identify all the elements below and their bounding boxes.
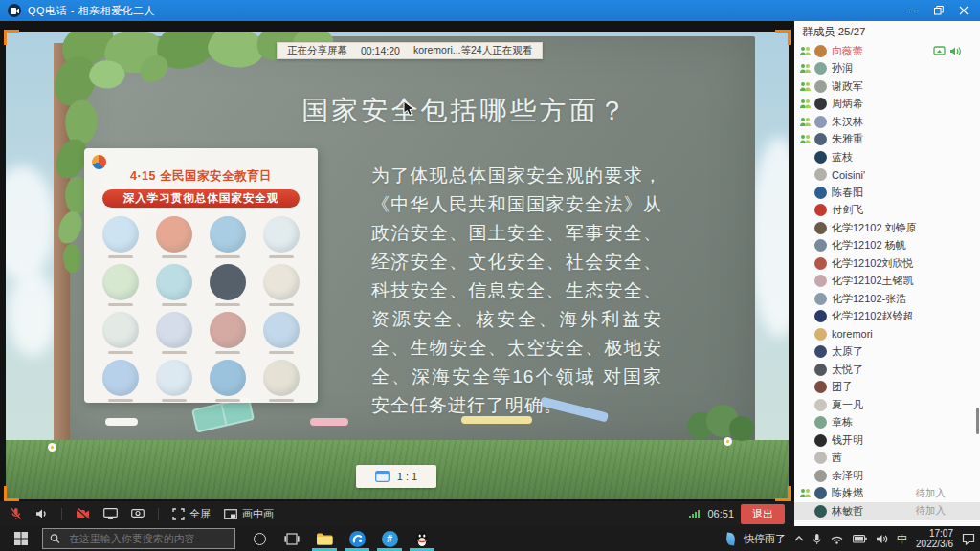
member-name: 陈姝燃 xyxy=(832,486,863,500)
member-name: Coisini' xyxy=(832,169,865,181)
member-row[interactable]: 化学12102赵铃超 xyxy=(794,308,980,326)
speaker-button[interactable] xyxy=(35,508,48,519)
hash-app-button[interactable]: # xyxy=(373,526,406,551)
search-field[interactable] xyxy=(67,532,228,545)
member-row[interactable]: 孙润 xyxy=(794,60,980,78)
member-row[interactable]: 谢政军 xyxy=(794,77,980,96)
member-name: 化学12102赵铃超 xyxy=(832,309,914,323)
member-row[interactable]: 化学12102 杨帆 xyxy=(794,237,980,255)
microphone-tray-icon[interactable] xyxy=(813,533,821,545)
member-row[interactable]: 化学12102刘欣悦 xyxy=(794,254,980,273)
member-row[interactable]: 陈姝燃 待加入 xyxy=(794,485,980,503)
member-row[interactable]: 周炳希 xyxy=(794,96,980,114)
zoom-ratio-indicator[interactable]: 1 : 1 xyxy=(356,465,436,488)
close-button[interactable] xyxy=(951,1,976,20)
network-icon[interactable] xyxy=(830,534,844,544)
projector-button[interactable] xyxy=(131,508,145,519)
member-row[interactable]: 团子 xyxy=(794,379,980,397)
member-avatar xyxy=(814,452,827,464)
call-control-bar: 全屏 画中画 06:51 退出 xyxy=(0,501,794,526)
fullscreen-button[interactable]: 全屏 xyxy=(172,507,211,521)
file-explorer-button[interactable] xyxy=(308,526,341,551)
member-row[interactable]: 化学12102 刘铮原 xyxy=(794,219,980,237)
action-center-icon[interactable] xyxy=(962,533,975,545)
poster-grid-item xyxy=(203,312,253,354)
member-avatar xyxy=(814,470,827,482)
member-row[interactable]: 夏一凡 xyxy=(794,396,980,414)
taskbar-search-input[interactable] xyxy=(42,528,235,549)
restore-button[interactable] xyxy=(926,1,951,20)
share-screen-button[interactable] xyxy=(103,508,118,519)
window-title: QQ电话 - 相亲相爱化二人 xyxy=(28,4,155,18)
member-name: 陈春阳 xyxy=(832,186,863,200)
scrollbar-thumb[interactable] xyxy=(976,408,979,434)
member-avatar xyxy=(814,293,827,305)
share-border-corner xyxy=(775,486,791,501)
show-hidden-icons-chevron[interactable] xyxy=(794,536,804,541)
member-avatar xyxy=(814,116,827,128)
poster-grid-item xyxy=(149,360,199,402)
picture-in-picture-button[interactable]: 画中画 xyxy=(224,507,274,521)
member-avatar xyxy=(814,381,827,393)
member-avatar xyxy=(814,204,827,216)
member-row[interactable]: 化学12102-张浩 xyxy=(794,290,980,308)
member-row[interactable]: koremori xyxy=(794,325,980,343)
member-row[interactable]: 章栋 xyxy=(794,414,980,432)
weather-label[interactable]: 快停雨了 xyxy=(744,532,786,546)
weather-icon[interactable] xyxy=(725,532,736,545)
task-view-icon xyxy=(284,533,300,545)
member-avatar xyxy=(814,416,827,429)
member-row[interactable]: 向薇薷 xyxy=(794,42,980,60)
member-row[interactable]: 化学12102王铭凯 xyxy=(794,273,980,291)
share-status-label: 正在分享屏幕 xyxy=(287,44,347,57)
search-icon xyxy=(50,533,60,544)
windows-taskbar: # 快停雨了 中 17:07 2022/3/6 xyxy=(0,526,980,551)
signal-strength-icon xyxy=(689,509,701,518)
member-row[interactable]: 朱雅重 xyxy=(794,131,980,149)
exit-call-button[interactable]: 退出 xyxy=(741,504,785,524)
in-call-indicator xyxy=(799,506,814,517)
security-education-poster: 4·15 全民国家安全教育日 深入学习贯彻总体国家安全观 xyxy=(84,148,318,403)
member-row[interactable]: 朱汉林 xyxy=(794,113,980,131)
poster-grid-item xyxy=(203,360,253,402)
start-button[interactable] xyxy=(0,526,42,551)
chalk-piece xyxy=(310,418,348,426)
poster-grid-item xyxy=(256,360,306,402)
member-row[interactable]: 付剑飞 xyxy=(794,202,980,220)
member-avatar xyxy=(814,345,827,358)
member-list: 向薇薷 孙润 谢政军 周炳希 朱汉林 xyxy=(794,42,980,520)
tencent-meeting-button[interactable] xyxy=(341,526,373,551)
wood-pole xyxy=(54,43,70,443)
cloud xyxy=(6,165,56,280)
member-row[interactable]: 茜 xyxy=(794,450,980,468)
member-row[interactable]: 余泽明 xyxy=(794,467,980,485)
member-row[interactable]: 钱开明 xyxy=(794,431,980,450)
taskbar-clock[interactable]: 17:07 2022/3/6 xyxy=(916,528,953,549)
cortana-button[interactable] xyxy=(243,526,276,551)
member-avatar xyxy=(814,275,827,287)
member-row[interactable]: Coisini' xyxy=(794,166,980,185)
slide-title: 国家安全包括哪些方面？ xyxy=(245,93,685,129)
member-row[interactable]: 蓝枝 xyxy=(794,148,980,166)
member-row[interactable]: 太原了 xyxy=(794,343,980,362)
member-name: 谢政军 xyxy=(832,79,863,94)
in-call-indicator xyxy=(799,435,814,446)
camera-muted-button[interactable] xyxy=(76,508,90,519)
task-view-button[interactable] xyxy=(276,526,308,551)
member-row[interactable]: 太悦了 xyxy=(794,361,980,379)
microphone-muted-button[interactable] xyxy=(10,507,22,520)
member-avatar xyxy=(814,399,827,411)
poster-grid-item xyxy=(256,312,306,354)
in-call-indicator xyxy=(799,452,814,463)
member-name: 周炳希 xyxy=(832,97,863,111)
input-method-indicator[interactable]: 中 xyxy=(897,532,907,546)
member-pending-status: 待加入 xyxy=(916,487,947,500)
member-row[interactable]: 陈春阳 xyxy=(794,184,980,202)
volume-tray-icon[interactable] xyxy=(876,534,888,544)
member-name: 付剑飞 xyxy=(832,203,863,217)
member-row[interactable]: 林敏哲 待加入 xyxy=(794,502,980,520)
member-avatar xyxy=(814,505,827,518)
battery-icon[interactable] xyxy=(853,535,867,543)
qq-button[interactable] xyxy=(406,526,438,551)
minimize-button[interactable] xyxy=(902,1,926,20)
